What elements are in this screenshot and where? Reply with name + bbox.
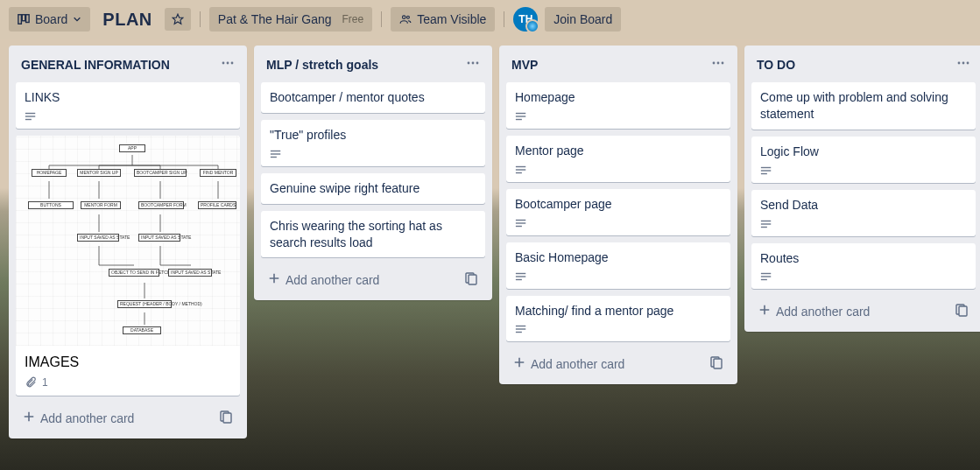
list-title[interactable]: GENERAL INFORMATION xyxy=(21,58,170,72)
svg-point-16 xyxy=(476,62,479,65)
card-title: Basic Homepage xyxy=(515,249,722,266)
card[interactable]: Chris wearing the sorting hat as search … xyxy=(261,211,485,258)
divider xyxy=(200,11,201,27)
svg-rect-21 xyxy=(469,275,476,284)
svg-marker-3 xyxy=(173,14,183,24)
list-menu-button[interactable] xyxy=(464,54,482,75)
view-switcher-label: Board xyxy=(35,12,67,26)
svg-rect-13 xyxy=(223,413,231,423)
plus-icon xyxy=(268,272,280,287)
card-title: Bootcamper / mentor quotes xyxy=(270,89,476,106)
card[interactable]: APP HOMEPAGE MENTOR SIGN UP BOOTCAMPER S… xyxy=(16,136,240,396)
create-from-template-button[interactable] xyxy=(461,268,482,291)
card-title: Come up with problem and solving stateme… xyxy=(760,89,967,123)
svg-point-42 xyxy=(958,62,961,65)
board-title[interactable]: PLAN xyxy=(97,10,157,30)
list-mlp-stretch-goals: MLP / stretch goals Bootcamper / mentor … xyxy=(254,46,492,300)
list-title[interactable]: MLP / stretch goals xyxy=(266,58,378,72)
board-header: Board PLAN Pat & The Hair Gang Free Team… xyxy=(0,0,980,39)
description-icon xyxy=(25,111,37,122)
team-button[interactable]: Pat & The Hair Gang Free xyxy=(209,7,372,32)
card[interactable]: Send Data xyxy=(751,190,976,236)
card[interactable]: Logic Flow xyxy=(751,137,976,183)
card-title: Logic Flow xyxy=(760,144,967,160)
view-switcher[interactable]: Board xyxy=(9,7,90,32)
join-board-button[interactable]: Join Board xyxy=(545,7,621,32)
card-title: Chris wearing the sorting hat as search … xyxy=(270,218,476,251)
svg-point-15 xyxy=(472,62,475,65)
card-title: Matching/ find a mentor page xyxy=(515,303,722,319)
attachment-count: 1 xyxy=(42,376,48,389)
description-icon xyxy=(515,218,527,228)
list-menu-button[interactable] xyxy=(709,54,727,75)
visibility-button[interactable]: Team Visible xyxy=(391,7,495,32)
card-title: Bootcamper page xyxy=(515,196,722,213)
card-title: Genuine swipe right feature xyxy=(270,180,476,197)
chevron-down-icon xyxy=(73,15,81,24)
plan-badge: Free xyxy=(342,13,364,25)
card[interactable]: Mentor page xyxy=(506,136,730,182)
card[interactable]: Genuine swipe right feature xyxy=(261,173,485,204)
description-icon xyxy=(515,165,527,175)
svg-point-14 xyxy=(468,62,470,65)
divider xyxy=(504,11,504,27)
card-title: Routes xyxy=(760,250,967,267)
list-mvp: MVP Homepage Mentor page Bootcamper page… xyxy=(499,46,737,384)
create-from-template-button[interactable] xyxy=(215,406,236,430)
card[interactable]: Bootcamper page xyxy=(506,189,730,235)
card-title: Send Data xyxy=(760,197,967,214)
star-button[interactable] xyxy=(165,8,191,31)
description-icon xyxy=(760,219,772,229)
add-card-label: Add another card xyxy=(286,273,379,287)
list-menu-button[interactable] xyxy=(955,54,972,75)
people-icon xyxy=(399,13,412,25)
list-title[interactable]: MVP xyxy=(511,58,538,72)
svg-point-44 xyxy=(967,62,969,65)
card[interactable]: LINKS xyxy=(16,82,240,129)
add-card-button[interactable]: Add another card xyxy=(755,300,951,322)
add-card-label: Add another card xyxy=(531,357,624,371)
card[interactable]: "True" profiles xyxy=(261,120,485,166)
add-card-button[interactable]: Add another card xyxy=(19,407,215,429)
card-title: Mentor page xyxy=(515,143,722,159)
create-from-template-button[interactable] xyxy=(951,299,972,323)
card[interactable]: Matching/ find a mentor page xyxy=(506,296,730,342)
list-title[interactable]: TO DO xyxy=(757,58,795,72)
plus-icon xyxy=(23,410,35,425)
svg-point-24 xyxy=(722,62,724,65)
divider xyxy=(381,11,382,27)
card[interactable]: Come up with problem and solving stateme… xyxy=(751,82,976,130)
description-icon xyxy=(515,111,527,122)
description-icon xyxy=(270,149,282,159)
add-card-button[interactable]: Add another card xyxy=(510,353,706,375)
attachment-icon xyxy=(25,376,37,389)
avatar[interactable]: TH xyxy=(513,7,538,32)
svg-rect-55 xyxy=(959,306,967,316)
svg-rect-41 xyxy=(714,359,722,368)
create-from-template-button[interactable] xyxy=(706,352,727,375)
description-icon xyxy=(515,271,527,282)
plus-icon xyxy=(758,304,771,319)
list-general-information: GENERAL INFORMATION LINKS APP HOMEPAGE M… xyxy=(9,46,247,438)
add-card-label: Add another card xyxy=(40,411,134,425)
join-label: Join Board xyxy=(553,12,612,26)
card[interactable]: Basic Homepage xyxy=(506,242,730,289)
star-icon xyxy=(172,13,184,25)
svg-rect-1 xyxy=(22,15,25,21)
card[interactable]: Homepage xyxy=(506,82,730,129)
list-menu-button[interactable] xyxy=(219,54,236,75)
visibility-label: Team Visible xyxy=(417,12,486,26)
svg-point-43 xyxy=(962,62,965,65)
svg-point-7 xyxy=(227,62,229,65)
description-icon xyxy=(515,324,527,334)
svg-point-6 xyxy=(222,62,225,65)
card-cover-image: APP HOMEPAGE MENTOR SIGN UP BOOTCAMPER S… xyxy=(16,136,240,346)
svg-point-22 xyxy=(713,62,716,65)
description-icon xyxy=(760,165,772,176)
add-card-button[interactable]: Add another card xyxy=(264,269,461,291)
card[interactable]: Routes xyxy=(751,243,976,290)
svg-point-23 xyxy=(717,62,720,65)
board-icon xyxy=(18,13,30,25)
card[interactable]: Bootcamper / mentor quotes xyxy=(261,82,485,113)
add-card-label: Add another card xyxy=(776,305,870,319)
